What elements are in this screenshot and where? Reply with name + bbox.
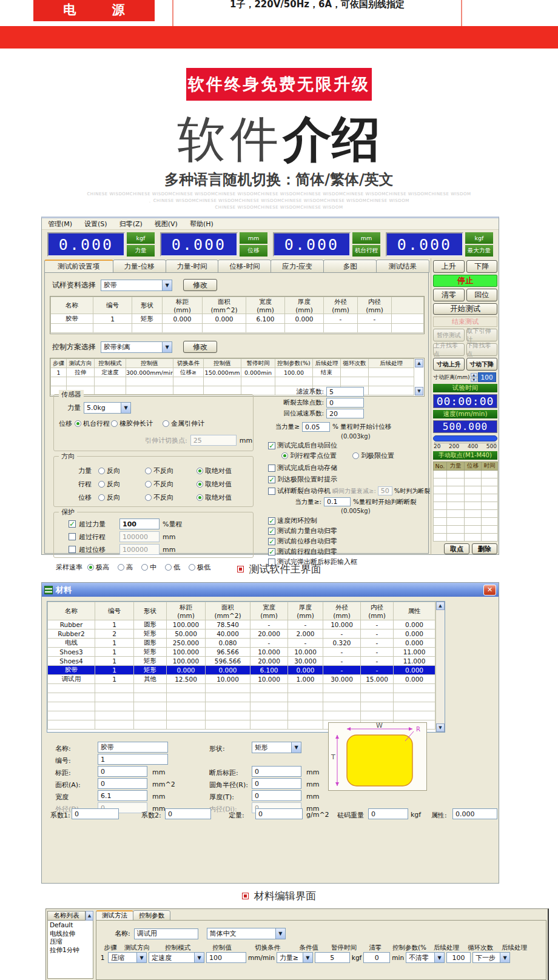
checkbox-icon[interactable]: [69, 520, 76, 528]
radio-absolute[interactable]: 取绝对值: [197, 493, 232, 502]
checkbox-icon[interactable]: [268, 465, 275, 472]
radio-icon[interactable]: [352, 452, 359, 459]
limit-alert-check[interactable]: 到达极限位置时提示: [268, 475, 428, 484]
scheme-select[interactable]: 胶带剥离▼: [101, 341, 172, 353]
checkbox-icon[interactable]: [268, 442, 275, 449]
name-list-header[interactable]: 名称列表: [47, 911, 86, 921]
down-button[interactable]: 下降: [466, 260, 498, 273]
list-item[interactable]: 压缩: [50, 938, 93, 946]
up-find-zero-button[interactable]: 上升找零点: [433, 343, 465, 356]
menu-item[interactable]: 视图(V): [155, 220, 178, 229]
checkbox-icon[interactable]: [268, 548, 275, 555]
remove-extensometer-button[interactable]: 取下引伸计: [466, 329, 498, 341]
tab[interactable]: 控制参数: [133, 910, 170, 921]
menu-item[interactable]: 设置(S): [84, 220, 107, 229]
protect-force-input[interactable]: 100: [119, 519, 160, 529]
tab[interactable]: 力量-时间: [166, 260, 219, 273]
shape-select[interactable]: 矩形▼: [252, 742, 301, 753]
close-icon[interactable]: ✕: [483, 585, 496, 596]
list-item[interactable]: 电线拉伸: [50, 930, 93, 938]
width-input[interactable]: 6.1: [98, 790, 147, 801]
tab[interactable]: 力量-位移: [113, 260, 166, 273]
direction-select[interactable]: 压缩▼: [108, 952, 147, 963]
list-item[interactable]: 拉伸1分钟: [50, 946, 93, 955]
filter-coefficient-input[interactable]: 5: [326, 387, 364, 397]
checkbox-icon[interactable]: [268, 517, 275, 525]
area-input[interactable]: 0: [98, 778, 147, 789]
radio-metal-extensometer[interactable]: 金属引伸计: [163, 419, 204, 428]
material-row[interactable]: 电线1圆形250.0000.080--0.320-0.000: [48, 639, 435, 648]
pause-test-button[interactable]: 暂停测试: [433, 329, 465, 341]
pause-input[interactable]: 0: [363, 952, 390, 963]
chevron-down-icon[interactable]: ▼: [500, 953, 509, 962]
specimen-modify-button[interactable]: 修改: [183, 279, 217, 291]
language-select[interactable]: 简体中文▼: [207, 928, 286, 939]
delete-point-button[interactable]: 删除: [472, 543, 497, 554]
break-remove-points-input[interactable]: 0: [326, 398, 364, 408]
radio-icon[interactable]: [98, 468, 105, 474]
jog-down-button[interactable]: 寸动下降: [466, 358, 498, 371]
weight-input[interactable]: 0: [368, 808, 408, 819]
radio-icon[interactable]: [281, 452, 288, 459]
radio-icon[interactable]: [197, 468, 203, 474]
method-name-input[interactable]: 调试用: [134, 928, 198, 939]
radio-rubber-extensometer[interactable]: 橡胶伸长计: [111, 419, 153, 428]
radio-return-limit[interactable]: 到极限位置: [352, 451, 394, 460]
radio-icon[interactable]: [75, 420, 81, 427]
radio-reverse[interactable]: 反向: [98, 480, 142, 489]
radio-no-reverse[interactable]: 不反向: [145, 466, 193, 475]
table-row[interactable]: 1拉伸定速度300.000mm/min位移≥150.000mm0.000min1…: [51, 368, 414, 377]
attribute-input[interactable]: 0.000: [452, 808, 497, 819]
take-point-button[interactable]: 取点: [444, 543, 469, 554]
coef2-input[interactable]: 0: [165, 808, 211, 819]
chevron-down-icon[interactable]: ▼: [303, 953, 312, 962]
extensometer-switch-input[interactable]: 25: [190, 435, 237, 446]
jog-up-button[interactable]: 寸动上升: [433, 358, 465, 371]
radio-reverse[interactable]: 反向: [98, 493, 142, 502]
radio-icon[interactable]: [145, 481, 152, 488]
end-test-button[interactable]: 结束测试: [433, 317, 497, 327]
force-sensor-select[interactable]: 5.0kg▼: [84, 402, 131, 414]
table-row[interactable]: 胶带1矩形0.0000.0006.1000.000--: [51, 314, 424, 324]
break-judge-input[interactable]: 0.1: [324, 497, 351, 506]
condition-select[interactable]: 力量≥▼: [277, 952, 313, 963]
force-start-input[interactable]: 0.05: [302, 422, 330, 432]
radio-return-zero[interactable]: 到行程零点位置: [281, 451, 337, 460]
tab[interactable]: 多图: [323, 260, 377, 273]
tab[interactable]: 测试方法: [96, 910, 133, 921]
radio-icon[interactable]: [145, 468, 152, 474]
radio-icon[interactable]: [197, 481, 203, 488]
slider-track[interactable]: [433, 435, 497, 441]
prezero-displacement-check[interactable]: 测试前位移自动归零: [268, 537, 428, 546]
radio-icon[interactable]: [145, 494, 152, 501]
tab[interactable]: 测试结果: [376, 260, 429, 273]
radius-input[interactable]: 0: [252, 778, 301, 789]
gauge-input[interactable]: 0: [98, 766, 147, 777]
condition-value-input[interactable]: 5: [315, 952, 350, 963]
chevron-down-icon[interactable]: ▼: [275, 928, 285, 939]
radio-icon[interactable]: [111, 420, 118, 427]
checkbox-icon[interactable]: [268, 538, 275, 545]
zero-button[interactable]: 清零: [433, 289, 465, 301]
tab[interactable]: 测试前设置项: [44, 260, 113, 273]
chevron-down-icon[interactable]: ▼: [194, 953, 204, 962]
next-select[interactable]: 下一步▼: [472, 952, 510, 963]
checkbox-icon[interactable]: [268, 476, 275, 483]
thickness-input[interactable]: 0: [252, 790, 301, 801]
tab[interactable]: 应力-应变: [271, 260, 324, 273]
scroll-down-icon[interactable]: ▼: [436, 723, 445, 732]
chevron-down-icon[interactable]: ▼: [434, 953, 444, 962]
checkbox-icon[interactable]: [69, 546, 76, 553]
menu-item[interactable]: 归零(Z): [119, 220, 143, 229]
radio-icon[interactable]: [197, 494, 203, 501]
name-input[interactable]: 胶带: [98, 742, 168, 753]
chevron-down-icon[interactable]: ▼: [162, 280, 172, 290]
break-decay-input[interactable]: 50: [378, 486, 392, 495]
quantity-input[interactable]: 0: [255, 808, 303, 819]
return-button[interactable]: 回位: [466, 289, 498, 301]
material-row[interactable]: 胶带1矩形0.0000.0006.1000.000--0.000: [48, 666, 435, 675]
radio-machine-stroke[interactable]: 机台行程: [75, 419, 110, 428]
material-row[interactable]: Rubber1圆形100.00078.540--10.000-0.000: [48, 620, 435, 629]
protect-stroke-input[interactable]: 100000: [119, 531, 160, 542]
vertical-scrollbar[interactable]: ▲ ▼: [435, 602, 445, 732]
